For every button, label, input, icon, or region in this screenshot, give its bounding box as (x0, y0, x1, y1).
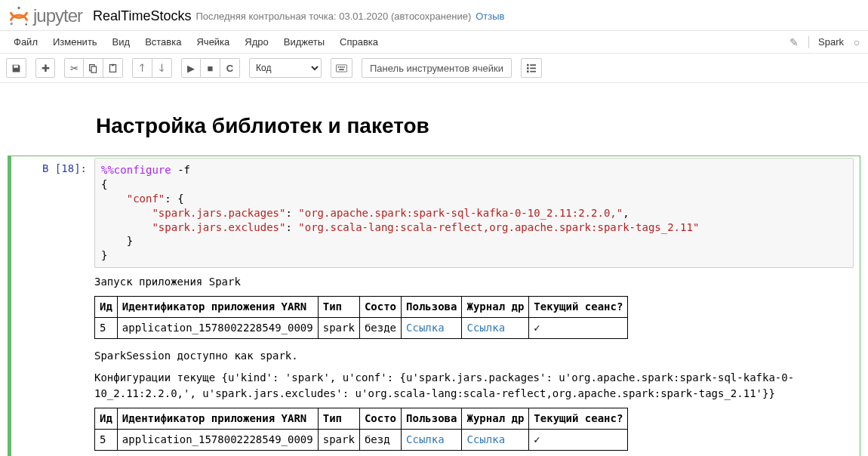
run-button[interactable]: ▶ (181, 58, 201, 78)
user-link[interactable]: Ссылка (406, 433, 445, 445)
stop-icon: ■ (208, 63, 214, 74)
menu-help[interactable]: Справка (332, 33, 386, 51)
interrupt-button[interactable]: ■ (201, 58, 220, 78)
insert-cell-button[interactable]: ✚ (35, 58, 55, 78)
table-row: 5 application_1578002228549_0009 spark б… (95, 318, 628, 339)
svg-rect-17 (527, 70, 529, 72)
menu-cell[interactable]: Ячейка (189, 33, 237, 51)
svg-rect-9 (340, 66, 341, 68)
input-prompt: В [18]: (11, 158, 94, 456)
svg-rect-8 (338, 66, 340, 68)
menu-view[interactable]: Вид (105, 33, 138, 51)
celltoolbar-button[interactable]: Панель инструментов ячейки (362, 58, 512, 78)
paste-button[interactable] (103, 58, 123, 78)
plus-icon: ✚ (42, 63, 50, 74)
output-area: Запуск приложения Spark Ид Идентификатор… (94, 274, 854, 451)
svg-point-2 (26, 23, 27, 25)
celltype-select[interactable]: Код (249, 58, 322, 78)
table-header-row: Ид Идентификатор приложения YARN Тип Сос… (95, 297, 628, 318)
svg-rect-14 (530, 64, 536, 66)
code-cell[interactable]: В [18]: %%configure -f { "conf": { "spar… (8, 156, 860, 456)
user-link[interactable]: Ссылка (406, 322, 445, 334)
driver-link[interactable]: Ссылка (466, 322, 505, 334)
menubar: Файл Изменить Вид Вставка Ячейка Ядро Ви… (0, 31, 868, 54)
menu-edit[interactable]: Изменить (45, 33, 105, 51)
notebook-name[interactable]: RealTimeStocks (93, 8, 191, 24)
svg-rect-11 (343, 66, 345, 68)
driver-link[interactable]: Ссылка (466, 433, 505, 445)
feedback-link[interactable]: Отзыв (476, 11, 504, 22)
menu-insert[interactable]: Вставка (137, 33, 189, 51)
scissors-icon: ✂ (70, 63, 78, 74)
kernel-name[interactable]: Spark (818, 36, 844, 48)
menu-widgets[interactable]: Виджеты (276, 33, 332, 51)
col-driver: Журнал др (462, 297, 529, 318)
menu-file[interactable]: Файл (6, 33, 45, 51)
svg-rect-18 (530, 71, 536, 72)
svg-rect-10 (342, 66, 343, 68)
col-yarn: Идентификатор приложения YARN (117, 297, 318, 318)
heading: Настройка библиотек и пакетов (96, 114, 843, 138)
keyboard-icon (336, 64, 347, 72)
save-icon (11, 63, 21, 73)
table-row: 5 application_1578002228549_0009 spark б… (95, 430, 628, 451)
move-down-button[interactable]: 🡓 (152, 58, 172, 78)
output-text: Конфигурации текуще {u'kind': 'spark', u… (94, 370, 854, 402)
copy-button[interactable] (84, 58, 103, 78)
checkpoint-status: Последняя контрольная точка: 03.01.2020 … (195, 11, 471, 22)
arrow-up-icon: 🡑 (137, 63, 147, 74)
save-button[interactable] (6, 58, 26, 78)
run-icon: ▶ (187, 63, 195, 74)
col-type: Тип (318, 297, 359, 318)
arrow-down-icon: 🡓 (157, 63, 167, 74)
output-table: Ид Идентификатор приложения YARN Тип Сос… (94, 296, 628, 339)
logo[interactable]: jupyter (8, 5, 82, 27)
restart-icon: C (226, 63, 233, 74)
col-id: Ид (95, 297, 118, 318)
svg-rect-12 (339, 69, 344, 70)
svg-rect-16 (530, 68, 536, 69)
header: jupyter RealTimeStocks Последняя контрол… (0, 0, 868, 31)
cut-button[interactable]: ✂ (64, 58, 84, 78)
col-user: Пользова (402, 297, 462, 318)
notebook-area: Настройка библиотек и пакетов В [18]: %%… (0, 83, 868, 456)
menu-kernel[interactable]: Ядро (237, 33, 275, 51)
variables-button[interactable] (521, 58, 542, 78)
edit-group: ✂ (64, 58, 123, 78)
restart-button[interactable]: C (220, 58, 240, 78)
command-palette-button[interactable] (331, 58, 352, 78)
list-icon (526, 63, 537, 72)
markdown-cell[interactable]: Настройка библиотек и пакетов (92, 100, 844, 153)
output-text: SparkSession доступно как spark. (94, 348, 854, 364)
move-group: 🡑 🡓 (132, 58, 172, 78)
toolbar: ✚ ✂ 🡑 🡓 ▶ ■ C Код Панель инструментов яч… (0, 54, 868, 83)
table-header-row: Ид Идентификатор приложения YARN Тип Сос… (95, 408, 628, 430)
svg-rect-6 (112, 63, 114, 65)
svg-point-0 (17, 7, 20, 9)
copy-icon (88, 63, 98, 73)
svg-rect-7 (336, 64, 346, 71)
logo-text: jupyter (33, 5, 82, 26)
divider (808, 36, 809, 48)
move-up-button[interactable]: 🡑 (132, 58, 152, 78)
paste-icon (108, 63, 118, 73)
output-text: Запуск приложения Spark (94, 274, 854, 290)
col-state: Состо (359, 297, 401, 318)
svg-rect-15 (527, 67, 529, 69)
svg-rect-4 (91, 66, 97, 72)
pencil-icon[interactable]: ✎ (789, 36, 799, 48)
output-table: Ид Идентификатор приложения YARN Тип Сос… (94, 408, 628, 451)
kernel-status-icon: ○ (851, 36, 862, 48)
svg-point-1 (10, 23, 13, 26)
code-editor[interactable]: %%configure -f { "conf": { "spark.jars.p… (94, 158, 854, 268)
svg-rect-13 (527, 64, 529, 66)
col-current: Текущий сеанс? (529, 297, 628, 318)
run-group: ▶ ■ C (181, 58, 240, 78)
jupyter-icon (8, 5, 30, 27)
